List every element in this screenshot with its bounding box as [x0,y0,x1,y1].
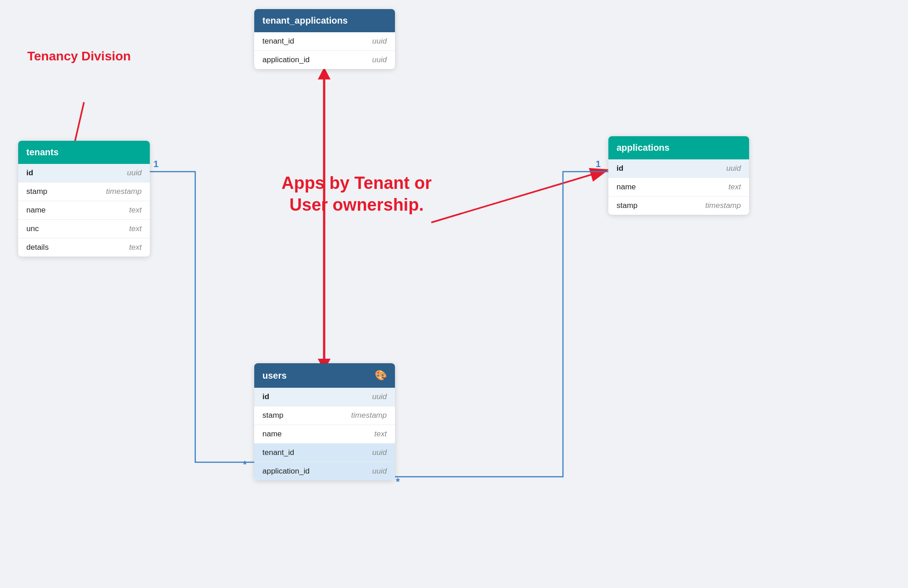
col-name: details [26,243,49,252]
users-table-name: users [262,371,286,381]
table-row: stamp timestamp [608,196,749,215]
users-table: users 🎨 id uuid stamp timestamp name tex… [254,363,395,480]
arrow-head-up [318,67,331,79]
table-row: application_id uuid [254,50,395,69]
tenant-applications-table-header: tenant_applications [254,9,395,32]
col-type: uuid [372,37,387,46]
col-type: timestamp [706,201,741,210]
col-type: text [375,430,387,439]
tenants-table: tenants id uuid stamp timestamp name tex… [18,141,150,257]
cardinality-star-users-left: * [243,459,247,470]
tenants-to-users-connector [150,172,254,462]
applications-to-users-connector [395,172,608,477]
apps-by-tenant-label: Apps by Tenant orUser ownership. [281,173,432,216]
col-name: name [262,430,282,439]
col-type: timestamp [351,411,387,420]
col-type: text [729,183,741,192]
apps-annotation-arrow [431,170,606,222]
applications-table-header: applications [608,136,749,159]
table-row: id uuid [254,388,395,406]
col-name: id [617,164,623,173]
col-name: tenant_id [262,37,294,46]
table-row: id uuid [608,159,749,178]
col-type: text [129,224,142,233]
tenants-table-body: id uuid stamp timestamp name text unc te… [18,164,150,257]
cardinality-1-tenants: 1 [153,159,158,169]
col-type: uuid [127,168,142,178]
col-name: id [26,168,33,178]
col-name: stamp [262,411,283,420]
users-table-header: users 🎨 [254,363,395,388]
col-type: uuid [372,55,387,64]
col-name: stamp [617,201,637,210]
applications-table-body: id uuid name text stamp timestamp [608,159,749,215]
col-type: uuid [726,164,741,173]
col-name: name [617,183,636,192]
col-type: timestamp [106,187,142,196]
users-table-body: id uuid stamp timestamp name text tenant… [254,388,395,480]
table-row: id uuid [18,164,150,182]
table-row: stamp timestamp [254,406,395,425]
table-row: tenant_id uuid [254,32,395,50]
col-name: stamp [26,187,47,196]
tenant-applications-table-name: tenant_applications [262,15,348,26]
col-type: uuid [372,448,387,457]
col-name: unc [26,224,39,233]
tenants-table-name: tenants [26,147,59,158]
col-name: tenant_id [262,448,294,457]
applications-table-name: applications [617,143,670,153]
col-name: application_id [262,467,310,476]
tenants-table-header: tenants [18,141,150,164]
table-row: name text [18,201,150,219]
col-type: uuid [372,392,387,401]
col-type: text [129,206,142,215]
col-type: text [129,243,142,252]
col-name: application_id [262,55,310,64]
table-row: tenant_id uuid [254,443,395,462]
cardinality-star-users-right: * [396,476,400,487]
applications-table: applications id uuid name text stamp tim… [608,136,749,215]
table-row: details text [18,238,150,257]
connector-layer: 1 * 1 * [0,0,908,588]
table-row: stamp timestamp [18,182,150,201]
col-name: name [26,206,46,215]
table-row: name text [608,178,749,196]
palette-icon: 🎨 [375,370,387,381]
tenant-applications-table: tenant_applications tenant_id uuid appli… [254,9,395,69]
table-row: name text [254,425,395,443]
table-row: application_id uuid [254,462,395,480]
table-row: unc text [18,219,150,238]
col-name: id [262,392,269,401]
diagram-canvas: 1 * 1 * Tenancy Division Apps by Tenant … [0,0,908,588]
tenant-applications-table-body: tenant_id uuid application_id uuid [254,32,395,69]
cardinality-1-applications: 1 [596,159,601,169]
tenancy-division-label: Tenancy Division [27,49,131,64]
col-type: uuid [372,467,387,476]
